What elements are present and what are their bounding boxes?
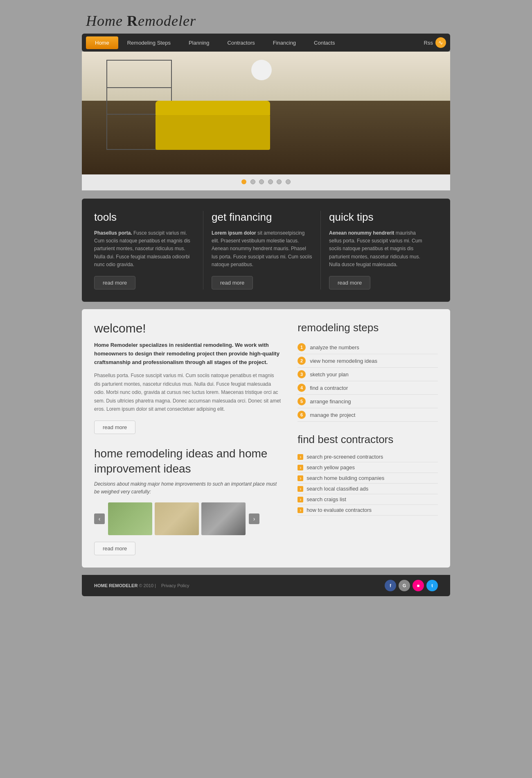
home-ideas-subtitle: Decisions about making major home improv… bbox=[94, 480, 281, 496]
footer-left: HOME REMODELER © 2010 | Privacy Policy bbox=[94, 583, 189, 588]
contractor-link-label-2[interactable]: search yellow pages bbox=[307, 464, 355, 470]
slider-dots bbox=[82, 174, 450, 190]
find-contractors: find best contractors search pre-screene… bbox=[298, 433, 438, 516]
nav-item-contractors[interactable]: Contractors bbox=[219, 36, 264, 49]
site-logo[interactable]: Home Remodeler bbox=[86, 12, 450, 29]
home-ideas-title: home remodeling ideas and home improveme… bbox=[94, 446, 281, 476]
flickr-button[interactable]: ■ bbox=[413, 580, 424, 591]
contractor-link-1[interactable]: search pre-screened contractors bbox=[298, 452, 438, 462]
main-section: welcome! Home Remodeler specializes in r… bbox=[82, 309, 450, 568]
footer-year: © 2010 | bbox=[139, 583, 156, 588]
main-right: remodeling steps 1 analyze the numbers 2… bbox=[298, 321, 438, 556]
logo-area: Home Remodeler bbox=[82, 12, 450, 29]
contractor-link-5[interactable]: search craigs list bbox=[298, 494, 438, 505]
feature-tips-read-more[interactable]: read more bbox=[329, 276, 370, 289]
nav-item-contacts[interactable]: Contacts bbox=[305, 36, 344, 49]
steps-list: 1 analyze the numbers 2 view home remode… bbox=[298, 341, 438, 422]
home-ideas-read-more[interactable]: read more bbox=[94, 542, 135, 555]
remodeling-steps-title: remodeling steps bbox=[298, 321, 438, 334]
feature-tools-body: Phasellus porta. Fusce suscipit varius m… bbox=[94, 229, 195, 269]
step-5[interactable]: 5 arrange financing bbox=[298, 395, 438, 408]
feature-financing-title: get financing bbox=[212, 211, 312, 224]
link-icon-2 bbox=[298, 465, 303, 470]
navigation: Home Remodeling Steps Planning Contracto… bbox=[82, 34, 450, 52]
footer-social: f G ■ t bbox=[385, 580, 438, 591]
link-icon-4 bbox=[298, 486, 303, 492]
facebook-button[interactable]: f bbox=[385, 580, 396, 591]
welcome-body: Phasellus porta. Fusce suscipit varius m… bbox=[94, 371, 281, 413]
link-icon-1 bbox=[298, 454, 303, 460]
link-icon-6 bbox=[298, 507, 303, 513]
step-num-4: 4 bbox=[298, 384, 306, 392]
rss-area[interactable]: Rss ∿ bbox=[424, 37, 446, 48]
contractor-link-2[interactable]: search yellow pages bbox=[298, 462, 438, 473]
slider-bg bbox=[82, 52, 450, 174]
nav-item-planning[interactable]: Planning bbox=[180, 36, 219, 49]
carousel-image-1[interactable] bbox=[108, 502, 152, 535]
step-label-4: find a contractor bbox=[310, 385, 348, 391]
contractor-link-label-5[interactable]: search craigs list bbox=[307, 496, 346, 502]
nav-items: Home Remodeling Steps Planning Contracto… bbox=[86, 36, 420, 49]
carousel-prev[interactable]: ‹ bbox=[94, 513, 105, 524]
feature-tips-title: quick tips bbox=[329, 211, 430, 224]
rss-label: Rss bbox=[424, 40, 433, 46]
dot-1[interactable] bbox=[241, 179, 246, 184]
welcome-intro: Home Remodeler specializes in residentia… bbox=[94, 341, 281, 366]
nav-item-home[interactable]: Home bbox=[86, 36, 118, 49]
step-4[interactable]: 4 find a contractor bbox=[298, 381, 438, 395]
step-num-6: 6 bbox=[298, 411, 306, 419]
feature-box-tips: quick tips Aenean nonummy hendrerit maur… bbox=[321, 211, 438, 289]
step-label-6: manage the project bbox=[310, 412, 355, 418]
find-contractors-title: find best contractors bbox=[298, 433, 438, 446]
step-num-3: 3 bbox=[298, 370, 306, 378]
dot-5[interactable] bbox=[277, 179, 282, 184]
step-label-5: arrange financing bbox=[310, 398, 351, 405]
twitter-button[interactable]: t bbox=[426, 580, 438, 591]
link-icon-5 bbox=[298, 497, 303, 502]
carousel-image-3[interactable] bbox=[201, 502, 246, 535]
hero-slider bbox=[82, 52, 450, 174]
feature-tools-title: tools bbox=[94, 211, 195, 224]
footer: HOME REMODELER © 2010 | Privacy Policy f… bbox=[82, 575, 450, 596]
dot-2[interactable] bbox=[250, 179, 255, 184]
dot-3[interactable] bbox=[259, 179, 264, 184]
feature-financing-read-more[interactable]: read more bbox=[212, 276, 253, 289]
nav-item-financing[interactable]: Financing bbox=[264, 36, 305, 49]
googleplus-button[interactable]: G bbox=[399, 580, 410, 591]
feature-financing-body: Lorem ipsum dolor sit ametonseetpiscing … bbox=[212, 229, 312, 269]
step-3[interactable]: 3 sketch your plan bbox=[298, 368, 438, 381]
main-left: welcome! Home Remodeler specializes in r… bbox=[94, 321, 281, 556]
step-label-3: sketch your plan bbox=[310, 371, 349, 378]
welcome-read-more[interactable]: read more bbox=[94, 421, 135, 434]
feature-tips-body: Aenean nonummy hendrerit maurisha sellus… bbox=[329, 229, 430, 269]
feature-tools-read-more[interactable]: read more bbox=[94, 276, 135, 289]
contractor-link-label-6[interactable]: how to evaluate contractors bbox=[307, 507, 372, 513]
contractor-link-4[interactable]: search local classified ads bbox=[298, 484, 438, 494]
feature-box-tools: tools Phasellus porta. Fusce suscipit va… bbox=[94, 211, 203, 289]
step-label-2: view home remodeling ideas bbox=[310, 358, 377, 364]
step-1[interactable]: 1 analyze the numbers bbox=[298, 341, 438, 354]
rss-icon[interactable]: ∿ bbox=[435, 37, 446, 48]
step-num-2: 2 bbox=[298, 357, 306, 365]
footer-privacy-link[interactable]: Privacy Policy bbox=[161, 583, 189, 588]
contractor-link-label-4[interactable]: search local classified ads bbox=[307, 486, 368, 492]
carousel-image-2[interactable] bbox=[155, 502, 199, 535]
contractor-link-6[interactable]: how to evaluate contractors bbox=[298, 505, 438, 516]
link-icon-3 bbox=[298, 475, 303, 481]
carousel-next[interactable]: › bbox=[249, 513, 259, 524]
footer-brand: HOME REMODELER bbox=[94, 583, 138, 588]
dot-6[interactable] bbox=[286, 179, 291, 184]
contractor-link-label-1[interactable]: search pre-screened contractors bbox=[307, 454, 383, 460]
step-num-1: 1 bbox=[298, 343, 306, 351]
nav-item-remodeling-steps[interactable]: Remodeling Steps bbox=[118, 36, 180, 49]
step-6[interactable]: 6 manage the project bbox=[298, 408, 438, 422]
dot-4[interactable] bbox=[268, 179, 273, 184]
step-num-5: 5 bbox=[298, 397, 306, 405]
contractor-link-label-3[interactable]: search home building companies bbox=[307, 475, 384, 481]
sofa-decoration bbox=[156, 113, 270, 150]
carousel-images bbox=[108, 502, 246, 535]
contractor-link-3[interactable]: search home building companies bbox=[298, 473, 438, 484]
home-ideas-section: home remodeling ideas and home improveme… bbox=[94, 446, 281, 555]
image-carousel: ‹ › bbox=[94, 502, 281, 535]
step-2[interactable]: 2 view home remodeling ideas bbox=[298, 354, 438, 368]
